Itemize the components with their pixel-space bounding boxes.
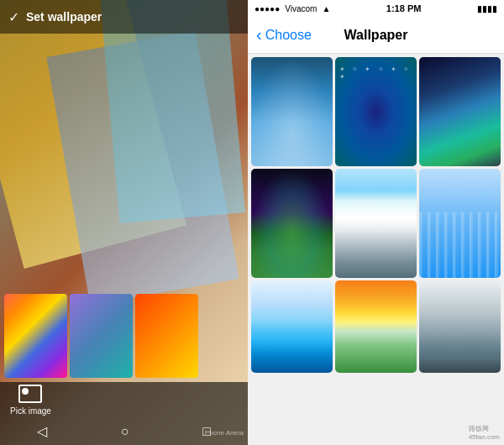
wallpaper-sunset[interactable]: [335, 280, 417, 373]
android-top-bar: ✓ Set wallpaper: [0, 0, 248, 34]
pick-image-button[interactable]: Pick image: [10, 385, 51, 416]
wallpaper-ice-trees[interactable]: [419, 169, 501, 278]
status-time: 1:18 PM: [386, 3, 422, 13]
wallpaper-green-field[interactable]: [251, 280, 333, 373]
wallpaper-ocean[interactable]: [251, 57, 333, 166]
wallpaper-mountains[interactable]: [335, 169, 417, 278]
back-label: Choose: [265, 28, 312, 43]
back-button[interactable]: ‹ Choose: [256, 25, 312, 44]
thumb-1[interactable]: [4, 294, 67, 378]
wallpaper-bw-mountains[interactable]: [419, 280, 501, 373]
battery-indicator: ▮▮▮▮: [477, 4, 497, 13]
carrier-name: Vivacom: [285, 4, 317, 13]
wallpaper-stars[interactable]: [335, 57, 417, 166]
android-panel: ✓ Set wallpaper Pick image ◁ ○ □ Phone A…: [0, 0, 248, 445]
wallpaper-aurora[interactable]: [251, 169, 333, 278]
thumb-geo-3: [135, 294, 198, 378]
signal-dots: ●●●●●: [255, 4, 280, 13]
back-chevron-icon: ‹: [256, 25, 262, 44]
home-nav-icon[interactable]: ○: [121, 424, 129, 439]
wallpaper-grid: [248, 54, 504, 445]
thumb-3[interactable]: [135, 294, 198, 378]
checkmark-icon: ✓: [8, 9, 19, 25]
status-left: ●●●●● Vivacom ▲: [255, 4, 330, 13]
pick-image-icon: [18, 385, 42, 403]
thumb-geo-1: [4, 294, 67, 378]
set-wallpaper-title: Set wallpaper: [26, 10, 102, 24]
back-nav-icon[interactable]: ◁: [37, 423, 47, 439]
grid-row-1: [251, 57, 501, 166]
ios-nav-bar: ‹ Choose Wallpaper: [248, 17, 504, 54]
thumbnail-strip: [0, 290, 248, 382]
watermark-right: 路饭网45fan.com: [469, 424, 500, 441]
wifi-icon: ▲: [322, 4, 330, 13]
status-right: ▮▮▮▮: [477, 4, 497, 13]
page-title: Wallpaper: [344, 28, 408, 43]
ios-status-bar: ●●●●● Vivacom ▲ 1:18 PM ▮▮▮▮: [248, 0, 504, 17]
ios-panel: ●●●●● Vivacom ▲ 1:18 PM ▮▮▮▮ ‹ Choose Wa…: [248, 0, 504, 445]
pick-image-label: Pick image: [10, 406, 51, 416]
grid-row-2: [251, 169, 501, 278]
grid-row-3: [251, 280, 501, 373]
thumb-2[interactable]: [70, 294, 133, 378]
watermark-left: Phone Arena: [205, 429, 244, 437]
wallpaper-earth[interactable]: [419, 57, 501, 166]
thumb-geo-2: [70, 294, 133, 378]
